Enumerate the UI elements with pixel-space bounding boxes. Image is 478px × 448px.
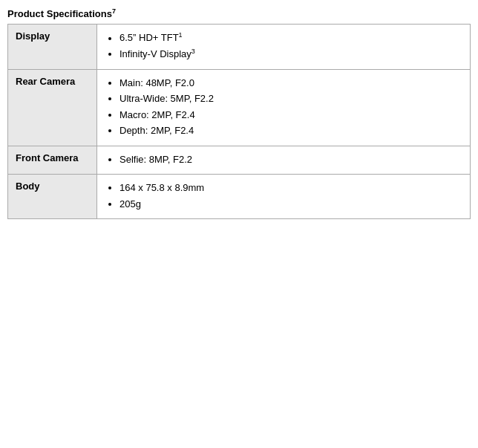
spec-value: Main: 48MP, F2.0Ultra-Wide: 5MP, F2.2Mac… bbox=[97, 69, 471, 146]
spec-value: 6.5” HD+ TFT1Infinity-V Display3 bbox=[97, 25, 471, 70]
spec-label: Display bbox=[8, 25, 97, 70]
spec-value: 164 x 75.8 x 8.9mm205g bbox=[97, 175, 471, 219]
table-row: Body164 x 75.8 x 8.9mm205g bbox=[8, 175, 471, 219]
table-row: Rear CameraMain: 48MP, F2.0Ultra-Wide: 5… bbox=[8, 69, 471, 146]
page-title: Product Specifications7 bbox=[7, 7, 471, 19]
specs-table: Display6.5” HD+ TFT1Infinity-V Display3R… bbox=[7, 24, 471, 219]
table-row: Display6.5” HD+ TFT1Infinity-V Display3 bbox=[8, 25, 471, 70]
spec-value: Selfie: 8MP, F2.2 bbox=[97, 146, 471, 175]
spec-label: Rear Camera bbox=[8, 69, 97, 146]
spec-label: Body bbox=[8, 175, 97, 219]
spec-label: Front Camera bbox=[8, 146, 97, 175]
table-row: Front CameraSelfie: 8MP, F2.2 bbox=[8, 146, 471, 175]
